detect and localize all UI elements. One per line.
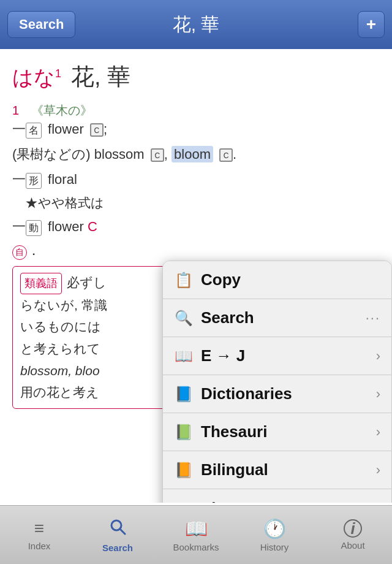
popup-copy[interactable]: 📋 Copy bbox=[163, 261, 391, 299]
index-icon: ≡ bbox=[34, 519, 44, 538]
ej-label: E → J bbox=[201, 346, 376, 365]
ruigi-label: 類義語 bbox=[20, 273, 62, 294]
jisho-circle: 自． bbox=[12, 242, 380, 260]
history-icon: 🕐 bbox=[263, 518, 286, 539]
bookmarks-icon: 📖 bbox=[185, 518, 208, 539]
section-number: 1 《草木の》 bbox=[12, 102, 380, 119]
definition-noun: 一名 flower C; bbox=[12, 119, 380, 139]
dictionaries-icon: 📘 bbox=[174, 386, 194, 403]
bilingual-label: Bilingual bbox=[201, 460, 376, 479]
share-chevron: › bbox=[376, 500, 380, 503]
dictionaries-chevron: › bbox=[376, 386, 380, 402]
definition-adj: 一形 floral bbox=[12, 169, 380, 189]
tab-search-label: Search bbox=[102, 543, 133, 553]
definition-blossom: (果樹などの) blossom C, bloom C. bbox=[12, 144, 380, 164]
popup-menu: 📋 Copy 🔍 Search ··· 📖 E → J › 📘 Dictiona… bbox=[162, 261, 392, 503]
dictionaries-label: Dictionaries bbox=[201, 384, 376, 403]
bilingual-icon: 📙 bbox=[174, 462, 194, 479]
header-title: 花, 華 bbox=[173, 12, 220, 37]
popup-dictionaries[interactable]: 📘 Dictionaries › bbox=[163, 375, 391, 413]
add-entry-button[interactable]: + bbox=[358, 11, 385, 38]
blossom-bloom-italic: blossom, bloo bbox=[20, 364, 100, 378]
copy-icon: 📋 bbox=[174, 272, 194, 289]
header-search-button[interactable]: Search bbox=[7, 11, 75, 38]
ej-chevron: › bbox=[376, 348, 380, 364]
share-icon: 👥 bbox=[174, 500, 194, 503]
tab-about-label: About bbox=[341, 540, 364, 551]
tab-history[interactable]: 🕐 History bbox=[235, 506, 314, 564]
definition-verb: 一動 flower C bbox=[12, 216, 380, 237]
thesauri-icon: 📗 bbox=[174, 424, 194, 441]
share-label: Share bbox=[201, 499, 376, 503]
header: Search 花, 華 + bbox=[0, 0, 392, 49]
about-icon: i bbox=[344, 519, 362, 538]
tab-about[interactable]: i About bbox=[314, 506, 392, 564]
popup-bilingual[interactable]: 📙 Bilingual › bbox=[163, 451, 391, 489]
tab-search[interactable]: Search bbox=[78, 506, 157, 564]
popup-search[interactable]: 🔍 Search ··· bbox=[163, 299, 391, 337]
tab-index[interactable]: ≡ Index bbox=[0, 506, 78, 564]
tab-history-label: History bbox=[260, 542, 289, 552]
popup-thesauri[interactable]: 📗 Thesauri › bbox=[163, 413, 391, 451]
tab-bar: ≡ Index Search 📖 Bookmarks 🕐 History i A… bbox=[0, 505, 392, 564]
star-note: ★やや格式は bbox=[12, 194, 380, 212]
tab-bookmarks-label: Bookmarks bbox=[173, 542, 219, 552]
copy-label: Copy bbox=[201, 270, 380, 289]
popup-ej[interactable]: 📖 E → J › bbox=[163, 337, 391, 375]
thesauri-chevron: › bbox=[376, 424, 380, 440]
popup-share[interactable]: 👥 Share › bbox=[163, 489, 391, 503]
thesauri-label: Thesauri bbox=[201, 422, 376, 441]
search-tab-icon bbox=[108, 517, 127, 540]
search-dots: ··· bbox=[366, 310, 380, 326]
entry-reading: はな1 bbox=[12, 64, 61, 92]
entry-header: はな1 花, 華 bbox=[12, 61, 380, 93]
search-icon: 🔍 bbox=[174, 310, 194, 327]
tab-bookmarks[interactable]: 📖 Bookmarks bbox=[157, 506, 235, 564]
bilingual-chevron: › bbox=[376, 462, 380, 478]
entry-kanji: 花, 華 bbox=[71, 61, 130, 93]
search-label: Search bbox=[201, 308, 366, 327]
main-content: はな1 花, 華 1 《草木の》 一名 flower C; (果樹などの) bl… bbox=[0, 49, 392, 503]
ej-icon: 📖 bbox=[174, 348, 194, 365]
svg-line-1 bbox=[120, 529, 125, 534]
tab-index-label: Index bbox=[28, 541, 51, 551]
